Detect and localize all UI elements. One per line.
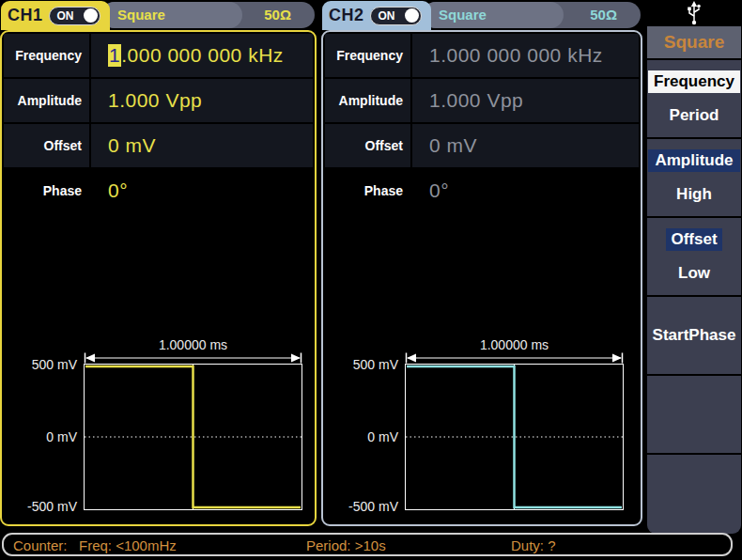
ch2-period-dimension-arrow bbox=[405, 352, 624, 364]
sidebar-item-amplitude[interactable]: Amplitude bbox=[648, 148, 740, 173]
frequency-edit-cursor: 1 bbox=[108, 44, 121, 67]
sidebar-item-startphase[interactable]: StartPhase bbox=[648, 323, 740, 348]
ch2-tab-label: CH2 bbox=[329, 6, 364, 25]
menu-section-empty-1 bbox=[647, 376, 741, 453]
ch1-offset-value[interactable]: 0 mV bbox=[91, 124, 313, 167]
ch1-amplitude-row[interactable]: Amplitude 1.000 Vpp bbox=[4, 79, 313, 122]
menu-title-text: Square bbox=[664, 32, 724, 53]
ch1-waveform-pill: Square 50Ω bbox=[101, 2, 315, 28]
counter-duty-readout: Duty: ? bbox=[511, 537, 556, 552]
ch2-waveform-display: 1.00000 ms 500 mV 0 mV -500 mV bbox=[325, 338, 639, 519]
ch2-offset-row[interactable]: Offset 0 mV bbox=[325, 124, 639, 167]
sidebar-item-frequency[interactable]: Frequency bbox=[648, 70, 740, 94]
menu-section-frequency-period: Frequency Period bbox=[647, 60, 741, 137]
ch1-waveform-display: 1.00000 ms 500 mV 0 mV -500 mV bbox=[4, 338, 313, 519]
ch2-plot-box bbox=[405, 364, 624, 510]
ch1-frequency-value-rest: .000 000 000 kHz bbox=[121, 44, 284, 67]
menu-section-amplitude-high: Amplitude High bbox=[647, 139, 741, 216]
generator-screen: Square 50Ω CH1 ON Frequency 1.000 000 00… bbox=[0, 0, 741, 534]
ch1-ylabel-zero: 0 mV bbox=[4, 429, 77, 444]
ch1-phase-row[interactable]: Phase 0° bbox=[4, 169, 313, 212]
ch2-on-toggle[interactable]: ON bbox=[370, 7, 422, 25]
ch1-frequency-row[interactable]: Frequency 1.000 000 000 kHz bbox=[4, 34, 313, 77]
ch1-ylabel-low: -500 mV bbox=[4, 499, 77, 514]
ch1-tab-label: CH1 bbox=[8, 6, 43, 25]
ch2-frequency-row[interactable]: Frequency 1.000 000 000 kHz bbox=[325, 34, 639, 77]
ch2-phase-label: Phase bbox=[325, 169, 412, 212]
ch1-offset-row[interactable]: Offset 0 mV bbox=[4, 124, 313, 167]
ch2-square-wave-trace bbox=[406, 365, 623, 509]
ch2-amplitude-row[interactable]: Amplitude 1.000 Vpp bbox=[325, 79, 639, 122]
ch2-period-annotation: 1.00000 ms bbox=[405, 337, 624, 352]
usb-status-area bbox=[647, 0, 741, 26]
ch1-offset-label: Offset bbox=[4, 124, 91, 167]
ch1-square-wave-trace bbox=[85, 365, 301, 509]
ch2-panel: Square 50Ω CH2 ON Frequency 1.000 000 00… bbox=[321, 0, 642, 534]
ch2-impedance-label: 50Ω bbox=[590, 2, 617, 28]
ch2-phase-value[interactable]: 0° bbox=[412, 169, 639, 212]
ch2-amplitude-label: Amplitude bbox=[325, 79, 412, 122]
counter-status-bar: Counter: Freq: <100mHz Period: >10s Duty… bbox=[2, 533, 733, 556]
ch1-toggle-state: ON bbox=[57, 9, 74, 23]
ch2-amplitude-value[interactable]: 1.000 Vpp bbox=[412, 79, 639, 122]
sidebar-item-high[interactable]: High bbox=[648, 182, 740, 207]
ch1-header: Square 50Ω CH1 ON bbox=[0, 0, 317, 30]
ch1-period-annotation: 1.00000 ms bbox=[84, 337, 302, 352]
ch1-panel: Square 50Ω CH1 ON Frequency 1.000 000 00… bbox=[0, 0, 317, 534]
ch2-ylabel-high: 500 mV bbox=[325, 357, 398, 372]
ch2-header: Square 50Ω CH2 ON bbox=[321, 0, 642, 30]
ch1-frequency-label: Frequency bbox=[4, 34, 91, 77]
ch2-frequency-value[interactable]: 1.000 000 000 kHz bbox=[412, 34, 639, 77]
ch1-plot-box bbox=[84, 364, 302, 510]
ch1-toggle-knob bbox=[84, 8, 98, 23]
ch1-amplitude-label: Amplitude bbox=[4, 79, 91, 122]
usb-icon bbox=[686, 1, 703, 25]
ch1-period-dimension-arrow bbox=[84, 352, 302, 364]
ch1-phase-value[interactable]: 0° bbox=[91, 169, 313, 212]
ch2-toggle-knob bbox=[405, 8, 419, 23]
menu-section-offset-low: Offset Low bbox=[647, 218, 741, 295]
counter-frequency-readout: Freq: <100mHz bbox=[79, 537, 177, 552]
softkey-menu: Square Frequency Period Amplitude High O… bbox=[647, 0, 741, 534]
ch2-offset-label: Offset bbox=[325, 124, 412, 167]
ch2-waveform-pill: Square 50Ω bbox=[423, 2, 641, 28]
ch1-body: Frequency 1.000 000 000 kHz Amplitude 1.… bbox=[0, 30, 317, 526]
ch2-tab[interactable]: CH2 ON bbox=[322, 1, 431, 30]
ch2-toggle-state: ON bbox=[379, 9, 395, 23]
sidebar-item-low[interactable]: Low bbox=[648, 261, 740, 286]
ch1-phase-label: Phase bbox=[4, 169, 91, 212]
ch1-ylabel-high: 500 mV bbox=[4, 357, 77, 372]
ch1-frequency-value[interactable]: 1.000 000 000 kHz bbox=[91, 34, 313, 77]
counter-label: Counter: bbox=[13, 537, 68, 552]
ch1-impedance-label: 50Ω bbox=[264, 2, 291, 28]
ch2-body: Frequency 1.000 000 000 kHz Amplitude 1.… bbox=[321, 30, 642, 526]
menu-section-startphase: StartPhase bbox=[647, 297, 741, 374]
counter-period-readout: Period: >10s bbox=[306, 537, 386, 552]
menu-section-empty-2 bbox=[647, 455, 741, 534]
ch1-on-toggle[interactable]: ON bbox=[49, 7, 100, 25]
sidebar-item-period[interactable]: Period bbox=[648, 103, 740, 128]
ch2-phase-row[interactable]: Phase 0° bbox=[325, 169, 639, 212]
ch2-ylabel-low: -500 mV bbox=[325, 499, 398, 514]
ch1-tab[interactable]: CH1 ON bbox=[1, 1, 110, 30]
ch2-frequency-label: Frequency bbox=[325, 34, 412, 77]
ch1-amplitude-value[interactable]: 1.000 Vpp bbox=[91, 79, 313, 122]
ch2-waveform-label: Square bbox=[439, 2, 487, 28]
ch2-offset-value[interactable]: 0 mV bbox=[412, 124, 639, 167]
sidebar-item-offset[interactable]: Offset bbox=[648, 227, 740, 252]
ch2-ylabel-zero: 0 mV bbox=[325, 429, 398, 444]
ch1-waveform-label: Square bbox=[117, 2, 165, 28]
menu-title: Square bbox=[647, 26, 741, 58]
